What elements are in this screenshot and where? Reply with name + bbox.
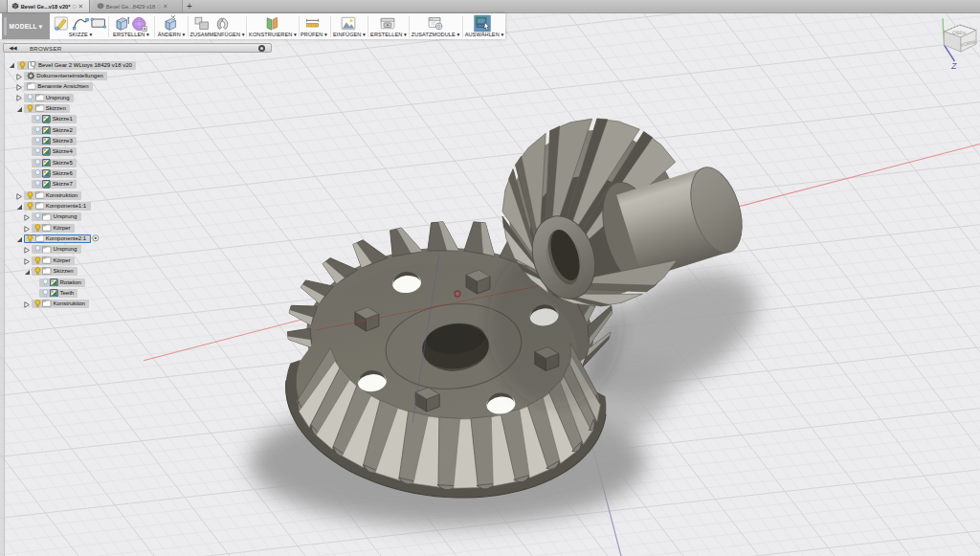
svg-text:Z: Z — [950, 61, 957, 71]
svg-text:OBEN: OBEN — [952, 29, 967, 35]
